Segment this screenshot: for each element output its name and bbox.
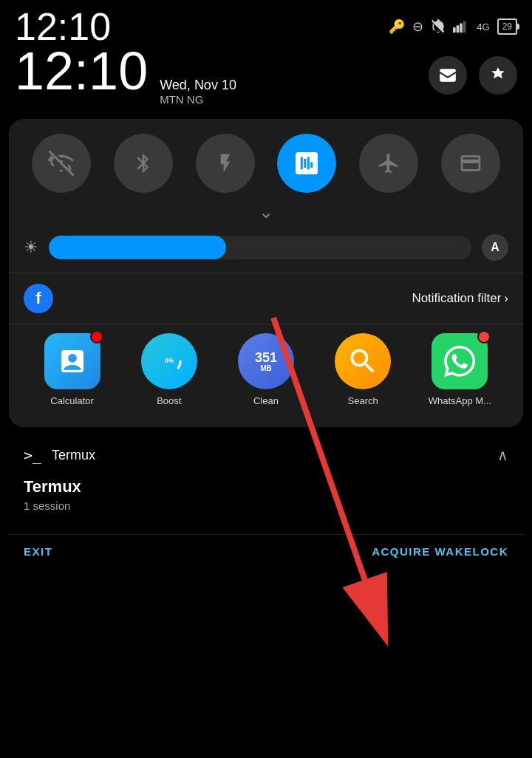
clean-label: Clean — [253, 395, 279, 406]
search-label: Search — [348, 395, 378, 406]
battery-icon: 29 — [497, 18, 517, 35]
dnd-icon: ⊖ — [412, 18, 423, 35]
nfc-toggle[interactable] — [277, 134, 336, 193]
whatsapp-app[interactable]: WhatsApp M... — [419, 333, 500, 406]
clean-icon: 351 MB — [238, 333, 294, 389]
bluetooth-toggle[interactable] — [114, 134, 173, 193]
termux-actions: EXIT ACQUIRE WAKELOCK — [9, 534, 523, 571]
notification-filter-link[interactable]: Notification filter › — [412, 291, 508, 306]
clean-mb-value: 351 — [255, 351, 277, 364]
calculator-app[interactable]: Calculator — [32, 333, 113, 406]
notification-filter-label: Notification filter — [412, 291, 501, 306]
whatsapp-badge — [477, 330, 491, 344]
acquire-wakelock-button[interactable]: ACQUIRE WAKELOCK — [372, 545, 508, 558]
clean-unit: MB — [260, 364, 272, 372]
clean-icon-wrapper: 351 MB — [238, 333, 294, 389]
app-shortcuts: Calculator 0% Boost 351 MB — [21, 324, 511, 412]
svg-rect-0 — [453, 27, 456, 33]
search-app[interactable]: Search — [322, 333, 403, 406]
termux-title: Termux — [24, 477, 508, 496]
termux-prompt-icon: >_ — [24, 446, 41, 464]
boost-app[interactable]: 0% Boost — [129, 333, 210, 406]
flashlight-toggle[interactable] — [196, 134, 255, 193]
settings-icon[interactable] — [479, 56, 517, 95]
termux-notification: >_ Termux ∧ Termux 1 session EXIT ACQUIR… — [9, 433, 523, 571]
carrier-display: MTN NG — [160, 93, 236, 106]
airplane-toggle[interactable] — [359, 134, 418, 193]
silent-icon — [431, 19, 446, 34]
svg-rect-1 — [457, 25, 460, 33]
svg-rect-3 — [463, 21, 466, 33]
svg-text:0%: 0% — [165, 357, 174, 364]
clean-app[interactable]: 351 MB Clean — [225, 333, 307, 406]
battery-level: 29 — [502, 21, 512, 32]
chevron-right-icon: › — [504, 291, 508, 306]
collapse-icon[interactable]: ∧ — [497, 446, 508, 464]
brightness-fill — [49, 236, 226, 259]
whatsapp-icon-wrapper — [432, 333, 488, 389]
auto-brightness-btn[interactable]: A — [482, 234, 508, 261]
quick-settings-panel: ⌄ ☀ A f Notification filter › — [9, 119, 523, 427]
header-icons: 🔑 ⊖ 4G 29 — [389, 18, 517, 35]
brightness-slider[interactable] — [49, 236, 471, 259]
time-carrier-row: 12:10 Wed, Nov 10 MTN NG — [0, 44, 532, 113]
termux-header: >_ Termux ∧ — [9, 433, 523, 471]
calculator-label: Calculator — [50, 395, 94, 406]
date-display: Wed, Nov 10 — [160, 78, 236, 93]
top-right-app-icons — [429, 56, 517, 95]
svg-rect-2 — [460, 23, 463, 33]
calculator-icon-wrapper — [44, 333, 100, 389]
boost-label: Boost — [157, 395, 181, 406]
extra-toggle[interactable] — [441, 134, 500, 193]
search-icon-wrapper — [335, 333, 391, 389]
notification-filter-row: f Notification filter › — [21, 273, 511, 324]
brightness-row: ☀ A — [21, 234, 511, 273]
signal-icon — [453, 20, 469, 33]
status-bar: 12:10 🔑 ⊖ 4G 29 — [0, 0, 532, 44]
brightness-icon: ☀ — [24, 238, 38, 257]
expand-indicator[interactable]: ⌄ — [21, 202, 511, 222]
boost-icon: 0% — [141, 333, 197, 389]
network-type: 4G — [477, 21, 489, 33]
facebook-icon: f — [24, 284, 53, 313]
search-icon — [335, 333, 391, 389]
email-icon[interactable] — [429, 56, 467, 95]
chevron-down-icon: ⌄ — [259, 202, 273, 222]
toggle-row — [21, 134, 511, 193]
termux-app-name: Termux — [52, 448, 95, 463]
time-carrier-left: 12:10 Wed, Nov 10 MTN NG — [15, 44, 236, 106]
termux-header-left: >_ Termux — [24, 446, 95, 464]
large-time: 12:10 — [15, 44, 148, 98]
exit-button[interactable]: EXIT — [24, 545, 52, 558]
termux-sessions: 1 session — [24, 499, 508, 512]
boost-icon-wrapper: 0% — [141, 333, 197, 389]
wifi-toggle[interactable] — [32, 134, 91, 193]
calculator-badge — [90, 330, 103, 344]
whatsapp-label: WhatsApp M... — [429, 395, 491, 406]
time-section: 12:10 — [15, 7, 111, 46]
date-carrier-block: Wed, Nov 10 MTN NG — [160, 78, 236, 106]
key-icon: 🔑 — [389, 18, 405, 35]
termux-body: Termux 1 session — [9, 471, 523, 527]
